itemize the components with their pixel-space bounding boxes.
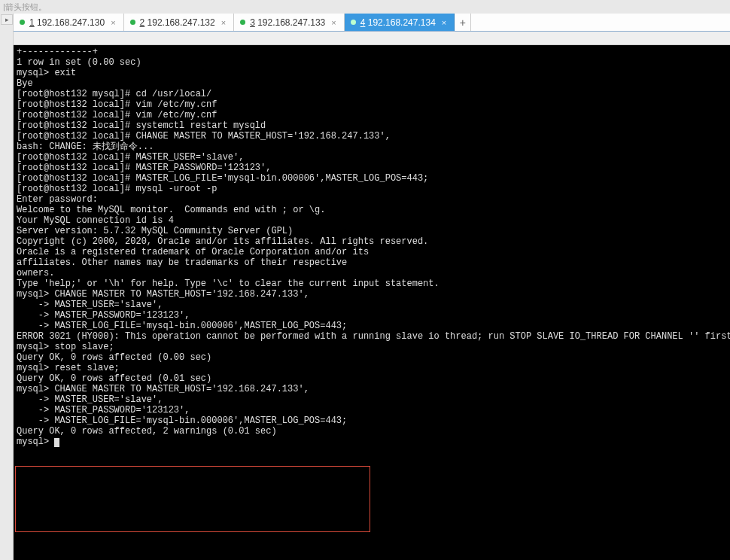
terminal-line: Query OK, 0 rows affected (0.00 sec) bbox=[17, 352, 727, 363]
terminal-line: +-------------+ bbox=[17, 47, 727, 57]
terminal-line: bash: CHANGE: 未找到命令... bbox=[17, 142, 727, 152]
terminal-line: affiliates. Other names may be trademark… bbox=[17, 257, 727, 268]
terminal-line: [root@host132 local]# MASTER_USER='slave… bbox=[17, 152, 727, 163]
close-icon[interactable]: × bbox=[220, 18, 227, 27]
terminal-line: -> MASTER_LOG_FILE='mysql-bin.000006',MA… bbox=[17, 321, 727, 331]
terminal-line: [root@host132 local]# MASTER_PASSWORD='1… bbox=[17, 163, 727, 173]
terminal-line: Server version: 5.7.32 MySQL Community S… bbox=[17, 226, 727, 236]
terminal-line: Copyright (c) 2000, 2020, Oracle and/or … bbox=[17, 236, 727, 247]
terminal-line: Query OK, 0 rows affected, 2 warnings (0… bbox=[17, 426, 727, 437]
tab-index: 1 bbox=[29, 17, 35, 28]
terminal-line: mysql> CHANGE MASTER TO MASTER_HOST='192… bbox=[17, 384, 727, 394]
terminal-line: [root@host132 mysql]# cd /usr/local/ bbox=[17, 89, 727, 99]
terminal-line: -> MASTER_USER='slave', bbox=[17, 300, 727, 310]
terminal-line: -> MASTER_LOG_FILE='mysql-bin.000006',MA… bbox=[17, 415, 727, 426]
terminal-line: Enter password: bbox=[17, 194, 727, 205]
close-icon[interactable]: × bbox=[330, 18, 337, 27]
session-tab-1[interactable]: 1 192.168.247.130× bbox=[14, 14, 124, 31]
tab-label: 3 192.168.247.133 bbox=[250, 17, 325, 28]
tab-index: 4 bbox=[360, 17, 366, 28]
tab-index: 3 bbox=[250, 17, 255, 28]
status-dot-icon bbox=[20, 20, 25, 25]
status-dot-icon bbox=[240, 20, 245, 25]
terminal-line: owners. bbox=[17, 268, 727, 278]
session-tab-3[interactable]: 3 192.168.247.133× bbox=[234, 14, 345, 31]
sidebar-arrow-button[interactable]: ▸ bbox=[1, 14, 13, 25]
terminal-line: -> MASTER_PASSWORD='123123', bbox=[17, 310, 727, 321]
terminal-line: Welcome to the MySQL monitor. Commands e… bbox=[17, 205, 727, 215]
terminal-line: [root@host132 local]# vim /etc/my.cnf bbox=[17, 99, 727, 110]
terminal-line: Oracle is a registered trademark of Orac… bbox=[17, 247, 727, 257]
terminal-line: [root@host132 local]# MASTER_LOG_FILE='m… bbox=[17, 173, 727, 184]
terminal-line: mysql> stop slave; bbox=[17, 342, 727, 352]
tab-label: 2 192.168.247.132 bbox=[140, 17, 215, 28]
left-sidebar: ▸ bbox=[0, 14, 14, 560]
status-dot-icon bbox=[130, 20, 135, 25]
terminal-line: 1 row in set (0.00 sec) bbox=[17, 57, 727, 68]
session-tab-4[interactable]: 4 192.168.247.134× bbox=[345, 14, 455, 31]
terminal-line: mysql> CHANGE MASTER TO MASTER_HOST='192… bbox=[17, 289, 727, 300]
status-dot-icon bbox=[351, 20, 356, 25]
terminal-output[interactable]: +-------------+1 row in set (0.00 sec)my… bbox=[14, 45, 730, 560]
terminal-line: mysql> bbox=[17, 437, 727, 447]
close-icon[interactable]: × bbox=[440, 18, 448, 27]
session-tab-2[interactable]: 2 192.168.247.132× bbox=[124, 14, 235, 31]
terminal-line: -> MASTER_USER='slave', bbox=[17, 394, 727, 405]
tab-ip: 192.168.247.133 bbox=[257, 17, 325, 28]
terminal-line: [root@host132 local]# CHANGE MASTER TO M… bbox=[17, 131, 727, 142]
terminal-line: ERROR 3021 (HY000): This operation canno… bbox=[17, 331, 727, 342]
terminal-line: -> MASTER_PASSWORD='123123', bbox=[17, 405, 727, 415]
terminal-line: Query OK, 0 rows affected (0.01 sec) bbox=[17, 373, 727, 384]
tab-label: 4 192.168.247.134 bbox=[360, 17, 436, 28]
tab-ip: 192.168.247.134 bbox=[368, 17, 436, 28]
terminal-line: Your MySQL connection id is 4 bbox=[17, 215, 727, 226]
terminal-line: [root@host132 local]# mysql -uroot -p bbox=[17, 184, 727, 194]
tab-bar: 1 192.168.247.130×2 192.168.247.132×3 19… bbox=[14, 14, 730, 32]
terminal-line: mysql> reset slave; bbox=[17, 363, 727, 373]
tab-ip: 192.168.247.132 bbox=[148, 17, 215, 28]
terminal-line: [root@host132 local]# vim /etc/my.cnf bbox=[17, 110, 727, 120]
close-icon[interactable]: × bbox=[109, 18, 117, 27]
tab-add-button[interactable]: + bbox=[455, 14, 471, 31]
terminal-line: mysql> exit bbox=[17, 68, 727, 78]
terminal-line: Type 'help;' or '\h' for help. Type '\c'… bbox=[17, 278, 727, 289]
session-toolbar bbox=[14, 32, 730, 45]
tab-label: 1 192.168.247.130 bbox=[29, 17, 105, 28]
window-hint: |箭头按钮。 bbox=[0, 0, 730, 14]
tab-ip: 192.168.247.130 bbox=[37, 17, 105, 28]
terminal-cursor bbox=[54, 438, 59, 447]
terminal-line: [root@host132 local]# systemctl restart … bbox=[17, 120, 727, 131]
tab-index: 2 bbox=[140, 17, 145, 28]
terminal-line: Bye bbox=[17, 78, 727, 89]
